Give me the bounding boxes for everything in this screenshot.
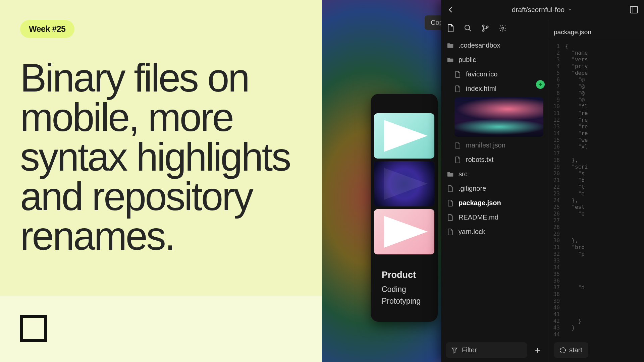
tree-item-label: public [459, 56, 476, 64]
filter-placeholder: Filter [462, 346, 477, 354]
editor-window: draft/scornful-foo [441, 0, 644, 362]
tree-item-label: favicon.ico [466, 70, 498, 78]
product-title: Product [382, 270, 421, 280]
svg-marker-1 [384, 168, 428, 200]
tab-active[interactable]: package.json [554, 28, 591, 36]
add-badge-icon[interactable]: + [536, 80, 545, 89]
back-icon[interactable] [447, 6, 454, 13]
file--gitignore[interactable]: .gitignore [441, 181, 548, 196]
tree-item-label: src [459, 170, 468, 178]
product-block: Product Coding Prototyping [382, 270, 421, 308]
thumbnail-triangle-2 [374, 161, 434, 206]
svg-marker-0 [384, 120, 428, 152]
tree-item-label: README.md [459, 214, 498, 221]
promo-panel: Week #25 Binary files on mobile, more sy… [0, 0, 322, 362]
headline: Binary files on mobile, more syntax high… [20, 58, 302, 256]
sidebar-tools [441, 19, 548, 38]
editor-header: draft/scornful-foo [441, 0, 644, 19]
svg-point-10 [502, 27, 504, 29]
file-manifest-json[interactable]: manifest.json [441, 138, 548, 153]
promo-top: Week #25 Binary files on mobile, more sy… [0, 0, 322, 296]
tree-item-label: .codesandbox [459, 42, 500, 49]
editor-sidebar: .codesandboxpublicfavicon.icoindex.html+… [441, 19, 548, 362]
start-label: start [569, 346, 582, 354]
code-text: { "name "vers "priv "depe "@ "@ "@ "@ "f… [563, 40, 588, 338]
filter-input[interactable]: Filter [446, 342, 527, 358]
svg-point-9 [487, 26, 488, 28]
svg-point-5 [465, 25, 470, 30]
branch-name: draft/scornful-foo [512, 6, 565, 14]
thumbnail-triangle-1 [374, 113, 434, 159]
file-robots-txt[interactable]: robots.txt [441, 153, 548, 167]
svg-rect-3 [630, 6, 638, 13]
tree-item-label: .gitignore [459, 185, 486, 192]
file-index-html[interactable]: index.html+ [441, 81, 548, 96]
svg-marker-11 [452, 348, 457, 353]
folder-public[interactable]: public [441, 53, 548, 67]
filter-icon [451, 347, 458, 354]
run-row: start [548, 338, 644, 362]
tree-item-label: manifest.json [466, 141, 505, 149]
logo-square-icon [20, 315, 47, 342]
tree-item-label: yarn.lock [459, 228, 485, 236]
gear-icon[interactable] [499, 24, 507, 32]
tree-item-label: package.json [459, 199, 501, 207]
svg-point-7 [483, 25, 484, 27]
code-column: package.json 123456789101112131415161718… [548, 19, 644, 362]
tree-item-label: index.html [466, 85, 496, 93]
file-readme-md[interactable]: README.md [441, 210, 548, 225]
code-area[interactable]: 1234567891011121314151617181920212223242… [548, 40, 644, 338]
tree-item-label: robots.txt [466, 156, 493, 164]
branch-selector[interactable]: draft/scornful-foo [461, 6, 623, 14]
line-gutter: 1234567891011121314151617181920212223242… [548, 40, 563, 338]
thumbnail-triangle-3 [374, 209, 434, 254]
search-icon[interactable] [464, 24, 472, 32]
folder-src[interactable]: src [441, 167, 548, 181]
week-badge: Week #25 [20, 20, 74, 38]
tab-row: package.json [548, 24, 644, 40]
spinner-icon [560, 347, 566, 353]
filter-row: Filter + [441, 338, 548, 362]
file-favicon-ico[interactable]: favicon.ico [441, 67, 548, 81]
new-file-button[interactable]: + [532, 345, 543, 356]
file-yarn-lock[interactable]: yarn.lock [441, 225, 548, 239]
svg-marker-2 [384, 216, 428, 248]
image-preview [454, 97, 543, 137]
layout-panel-icon[interactable] [630, 6, 638, 13]
start-button[interactable]: start [554, 342, 588, 358]
product-item-0[interactable]: Coding [382, 285, 421, 294]
app-panel: Product Coding Prototyping Copy draft/sc… [322, 0, 644, 362]
thumbnails-card: Product Coding Prototyping [371, 94, 438, 322]
chevron-down-icon [567, 6, 573, 14]
file-package-json[interactable]: package.json [441, 196, 548, 210]
file-icon[interactable] [447, 24, 454, 32]
product-item-1[interactable]: Prototyping [382, 297, 421, 306]
folder--codesandbox[interactable]: .codesandbox [441, 38, 548, 53]
file-tree: .codesandboxpublicfavicon.icoindex.html+… [441, 38, 548, 338]
branch-icon[interactable] [481, 24, 489, 32]
svg-line-6 [469, 29, 471, 31]
